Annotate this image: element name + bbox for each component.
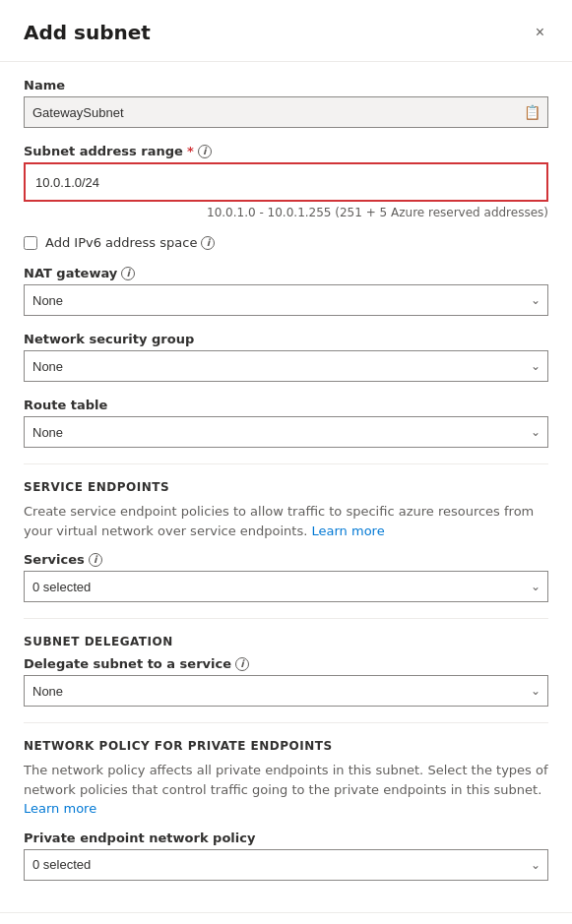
name-input[interactable] <box>24 96 548 128</box>
route-table-label: Route table <box>24 398 548 412</box>
divider-1 <box>24 463 548 464</box>
delegate-field-group: Delegate subnet to a service i None ⌄ <box>24 656 548 707</box>
route-table-select[interactable]: None <box>24 416 548 448</box>
ipv6-label: Add IPv6 address space i <box>45 235 215 250</box>
divider-3 <box>24 722 548 723</box>
delegate-select[interactable]: None <box>24 675 548 707</box>
nat-gateway-select-wrapper: None ⌄ <box>24 284 548 316</box>
ipv6-checkbox-row: Add IPv6 address space i <box>24 235 548 250</box>
delegate-info-icon[interactable]: i <box>235 657 249 671</box>
nat-gateway-label: NAT gateway i <box>24 266 548 280</box>
panel-header: Add subnet × <box>0 0 572 62</box>
name-input-wrapper: 📋 <box>24 96 548 128</box>
service-endpoints-learn-more-link[interactable]: Learn more <box>312 524 385 538</box>
nat-info-icon[interactable]: i <box>121 267 135 280</box>
panel-footer: Save Cancel 👤 Give feedback <box>0 912 572 925</box>
private-endpoint-policy-field-group: Private endpoint network policy 0 select… <box>24 831 548 881</box>
nat-gateway-field-group: NAT gateway i None ⌄ <box>24 266 548 316</box>
services-select-wrapper: 0 selected ⌄ <box>24 571 548 602</box>
subnet-delegation-header: SUBNET DELEGATION <box>24 635 548 648</box>
name-field-group: Name 📋 <box>24 78 548 128</box>
private-endpoint-policy-select-wrapper: 0 selected ⌄ <box>24 849 548 881</box>
nsg-field-group: Network security group None ⌄ <box>24 332 548 382</box>
delegate-label: Delegate subnet to a service i <box>24 656 548 671</box>
subnet-address-field-group: Subnet address range * i 10.0.1.0 - 10.0… <box>24 144 548 219</box>
panel-title: Add subnet <box>24 21 151 44</box>
name-label: Name <box>24 78 548 92</box>
private-endpoint-policy-label: Private endpoint network policy <box>24 831 548 845</box>
delegate-select-wrapper: None ⌄ <box>24 675 548 707</box>
add-subnet-panel: Add subnet × Name 📋 Subnet address range… <box>0 0 572 924</box>
ipv6-checkbox[interactable] <box>24 236 37 250</box>
services-select[interactable]: 0 selected <box>24 571 548 602</box>
ipv6-info-icon[interactable]: i <box>201 236 215 250</box>
nsg-select[interactable]: None <box>24 350 548 382</box>
close-button[interactable]: × <box>532 20 548 45</box>
divider-2 <box>24 618 548 619</box>
copy-icon[interactable]: 📋 <box>524 104 540 120</box>
service-endpoints-header: SERVICE ENDPOINTS <box>24 480 548 494</box>
route-table-field-group: Route table None ⌄ <box>24 398 548 448</box>
subnet-address-label: Subnet address range * i <box>24 144 548 158</box>
subnet-address-hint: 10.0.1.0 - 10.0.1.255 (251 + 5 Azure res… <box>24 206 548 219</box>
route-table-select-wrapper: None ⌄ <box>24 416 548 448</box>
nsg-label: Network security group <box>24 332 548 346</box>
subnet-field-wrapper <box>24 162 548 202</box>
network-policy-learn-more-link[interactable]: Learn more <box>24 801 96 816</box>
services-field-group: Services i 0 selected ⌄ <box>24 552 548 602</box>
private-endpoint-policy-select[interactable]: 0 selected <box>24 849 548 881</box>
services-label: Services i <box>24 552 548 567</box>
nsg-select-wrapper: None ⌄ <box>24 350 548 382</box>
network-policy-desc: The network policy affects all private e… <box>24 761 548 819</box>
nat-gateway-select[interactable]: None <box>24 284 548 316</box>
network-policy-header: NETWORK POLICY FOR PRIVATE ENDPOINTS <box>24 739 548 753</box>
subnet-info-icon[interactable]: i <box>198 145 212 158</box>
panel-body: Name 📋 Subnet address range * i 10.0.1.0… <box>0 62 572 912</box>
services-info-icon[interactable]: i <box>89 553 102 567</box>
service-endpoints-desc: Create service endpoint policies to allo… <box>24 502 548 540</box>
subnet-address-input[interactable] <box>28 166 544 198</box>
required-indicator: * <box>187 144 194 158</box>
